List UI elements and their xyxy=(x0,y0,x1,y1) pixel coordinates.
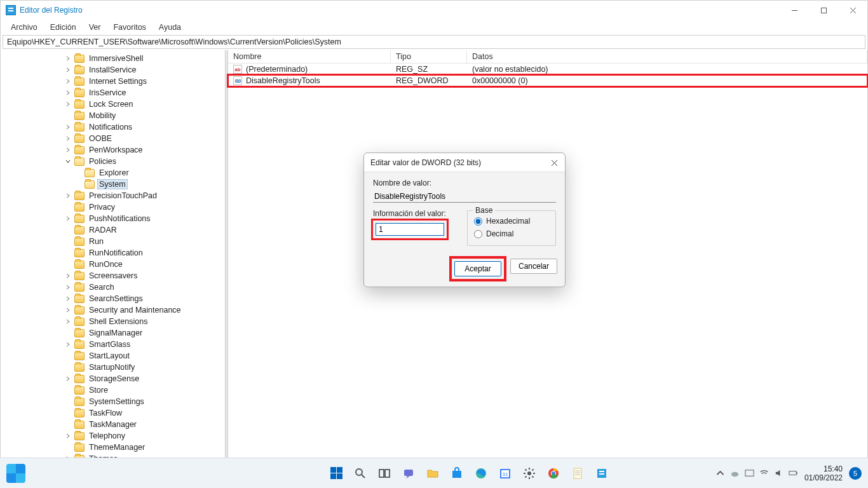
menu-edicion[interactable]: Edición xyxy=(44,22,83,33)
minimize-button[interactable] xyxy=(780,1,809,20)
column-header-type[interactable]: Tipo xyxy=(391,50,467,63)
start-button[interactable] xyxy=(327,464,345,482)
widgets-icon[interactable] xyxy=(6,464,25,483)
column-header-data[interactable]: Datos xyxy=(467,50,867,63)
chevron-right-icon[interactable] xyxy=(64,89,72,97)
menu-archivo[interactable]: Archivo xyxy=(4,22,44,33)
chevron-right-icon[interactable] xyxy=(64,55,72,62)
battery-icon[interactable] xyxy=(789,468,798,478)
calendar-icon[interactable]: 31 xyxy=(496,464,514,482)
explorer-icon[interactable] xyxy=(424,464,442,482)
chevron-right-icon[interactable] xyxy=(64,215,72,222)
radio-hexadecimal[interactable] xyxy=(474,217,482,226)
tree-item[interactable]: Lock Screen xyxy=(1,98,225,110)
accept-button[interactable]: Aceptar xyxy=(454,261,501,276)
chevron-right-icon[interactable] xyxy=(64,306,72,314)
chevron-right-icon[interactable] xyxy=(64,341,72,348)
volume-icon[interactable] xyxy=(774,468,783,478)
cancel-button[interactable]: Cancelar xyxy=(510,259,557,274)
tree-item[interactable]: ThemeManager xyxy=(1,442,225,453)
tree-item[interactable]: System xyxy=(1,179,225,190)
tree-item[interactable]: Run xyxy=(1,236,225,247)
chevron-right-icon[interactable] xyxy=(64,295,72,302)
tree-item[interactable]: SmartGlass xyxy=(1,339,225,350)
tree-item[interactable]: RunOnce xyxy=(1,259,225,270)
chevron-right-icon[interactable] xyxy=(64,272,72,280)
tree-item[interactable]: StorageSense xyxy=(1,373,225,384)
tree-item[interactable]: Search xyxy=(1,281,225,293)
tree-item[interactable]: PushNotifications xyxy=(1,213,225,224)
chevron-right-icon[interactable] xyxy=(64,375,72,383)
tree-item[interactable]: PenWorkspace xyxy=(1,144,225,156)
chrome-icon[interactable] xyxy=(545,464,562,482)
tree-item[interactable]: RADAR xyxy=(1,224,225,236)
tree-item[interactable]: StartupNotify xyxy=(1,362,225,373)
tree-item[interactable]: Security and Maintenance xyxy=(1,304,225,316)
tree-item[interactable]: OOBE xyxy=(1,133,225,144)
language-icon[interactable] xyxy=(745,468,754,478)
chevron-right-icon[interactable] xyxy=(64,78,72,85)
chevron-right-icon[interactable] xyxy=(64,192,72,200)
chevron-right-icon[interactable] xyxy=(64,135,72,142)
notepad-icon[interactable] xyxy=(569,464,587,482)
column-header-name[interactable]: Nombre xyxy=(228,50,391,63)
chevron-right-icon[interactable] xyxy=(64,146,72,154)
tree-item[interactable]: SystemSettings xyxy=(1,396,225,407)
taskbar-clock[interactable]: 15:40 01/09/2022 xyxy=(804,464,843,482)
tree-item[interactable]: Mobility xyxy=(1,110,225,121)
tree-item[interactable]: Explorer xyxy=(1,167,225,179)
tree-item[interactable]: Store xyxy=(1,384,225,396)
tree-item[interactable]: StartLayout xyxy=(1,350,225,362)
list-row[interactable]: ab(Predeterminado)REG_SZ(valor no establ… xyxy=(228,64,867,75)
chevron-right-icon[interactable] xyxy=(64,318,72,325)
tree-item[interactable]: TaskFlow xyxy=(1,407,225,419)
chevron-up-icon[interactable] xyxy=(715,468,725,478)
menu-ayuda[interactable]: Ayuda xyxy=(153,22,187,33)
tree-item[interactable]: RunNotification xyxy=(1,247,225,259)
edge-icon[interactable] xyxy=(472,464,490,482)
tree-item[interactable]: InstallService xyxy=(1,64,225,76)
chevron-right-icon[interactable] xyxy=(64,100,72,108)
base-legend: Base xyxy=(473,206,495,215)
chevron-down-icon[interactable] xyxy=(64,158,72,165)
tree-item[interactable]: PrecisionTouchPad xyxy=(1,190,225,201)
list-row[interactable]: 010DisableRegistryToolsREG_DWORD0x000000… xyxy=(228,75,867,86)
svg-text:31: 31 xyxy=(503,471,508,477)
tree-item[interactable]: Notifications xyxy=(1,121,225,133)
svg-rect-19 xyxy=(789,471,796,475)
onedrive-icon[interactable] xyxy=(730,468,740,478)
tree-item[interactable]: IrisService xyxy=(1,87,225,98)
store-icon[interactable] xyxy=(448,464,466,482)
tree-pane[interactable]: ImmersiveShellInstallServiceInternet Set… xyxy=(1,50,226,463)
tree-item[interactable]: Screensavers xyxy=(1,270,225,281)
chevron-right-icon[interactable] xyxy=(64,283,72,291)
tree-item[interactable]: SearchSettings xyxy=(1,293,225,304)
tree-item[interactable]: Policies xyxy=(1,156,225,167)
tree-item[interactable]: Privacy xyxy=(1,201,225,213)
notification-badge[interactable]: 5 xyxy=(849,467,862,480)
tree-item[interactable]: Internet Settings xyxy=(1,76,225,87)
task-view-icon[interactable] xyxy=(376,464,393,482)
radio-decimal[interactable] xyxy=(474,230,482,238)
regedit-taskbar-icon[interactable] xyxy=(593,464,611,482)
settings-icon[interactable] xyxy=(520,464,538,482)
tree-item[interactable]: TaskManager xyxy=(1,419,225,430)
tree-item[interactable]: Shell Extensions xyxy=(1,316,225,327)
chevron-right-icon[interactable] xyxy=(64,123,72,131)
menu-favoritos[interactable]: Favoritos xyxy=(107,22,152,33)
chevron-right-icon[interactable] xyxy=(64,432,72,440)
search-icon[interactable] xyxy=(351,464,369,482)
tree-item[interactable]: Telephony xyxy=(1,430,225,442)
address-bar[interactable]: Equipo\HKEY_CURRENT_USER\Software\Micros… xyxy=(3,35,865,49)
wifi-icon[interactable] xyxy=(759,468,769,478)
tree-item[interactable]: SignalManager xyxy=(1,327,225,339)
tree-item[interactable]: ImmersiveShell xyxy=(1,53,225,64)
menu-ver[interactable]: Ver xyxy=(83,22,107,33)
maximize-button[interactable] xyxy=(809,1,838,20)
dialog-close-button[interactable] xyxy=(548,157,560,168)
system-tray[interactable] xyxy=(715,468,798,478)
value-data-input[interactable] xyxy=(376,223,444,236)
close-button[interactable] xyxy=(838,1,867,20)
chat-icon[interactable] xyxy=(400,464,417,482)
chevron-right-icon[interactable] xyxy=(64,66,72,74)
